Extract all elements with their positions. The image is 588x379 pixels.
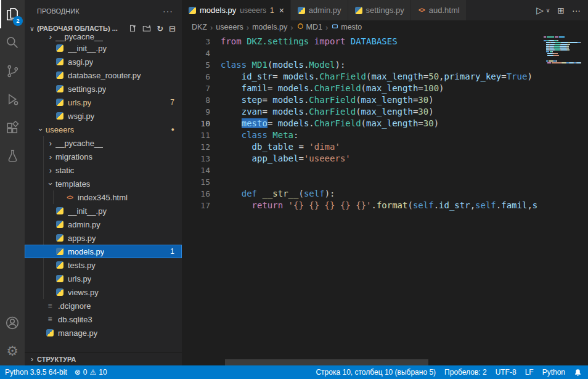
breadcrumb-item-mesto[interactable]: mesto <box>331 22 362 32</box>
file-label: tests.py <box>68 261 96 270</box>
tree-item-static[interactable]: ›static <box>25 163 182 177</box>
explorer-activity-button[interactable]: 2 <box>0 0 25 28</box>
tab-problems-badge: 1 <box>270 6 274 15</box>
new-folder-button[interactable] <box>142 24 151 33</box>
testing-activity-button[interactable] <box>0 142 25 170</box>
close-icon[interactable]: × <box>279 6 284 15</box>
tree-item-__pycache__[interactable]: ›__pycache__ <box>25 136 182 150</box>
new-file-button[interactable] <box>128 24 137 33</box>
breadcrumb-item-useeers[interactable]: useeers <box>216 23 243 31</box>
run-dropdown-icon[interactable]: ∨ <box>546 7 550 14</box>
python-file-icon <box>55 220 64 229</box>
code-line-13: 13 app_label='useeers' <box>182 153 588 165</box>
tree-item-useeers[interactable]: ›useeers● <box>25 123 182 136</box>
code-line-3: 3from DKZ.settings import DATABASES <box>182 36 588 47</box>
tree-item-migrations[interactable]: ›migrations <box>25 150 182 163</box>
more-actions-icon[interactable]: ··· <box>572 6 581 15</box>
main-row: 2 <box>0 0 588 365</box>
language-mode-status[interactable]: Python <box>542 368 565 377</box>
chevron-down-icon: › <box>46 179 55 189</box>
encoding-status[interactable]: UTF-8 <box>496 368 517 377</box>
breadcrumb-item-DKZ[interactable]: DKZ <box>192 23 207 31</box>
gear-icon: ⚙ <box>6 344 18 358</box>
tree-item-.dcignore[interactable]: ≡.dcignore <box>25 299 182 312</box>
file-label: migrations <box>55 152 92 161</box>
status-bar: Python 3.9.5 64-bit ⊗ 0 ⚠ 10 Строка 10, … <box>0 365 588 379</box>
tree-item-db.sqlite3[interactable]: ≡db.sqlite3 <box>25 312 182 326</box>
tree-item-manage.py[interactable]: manage.py <box>25 326 182 340</box>
tree-item-models.py[interactable]: models.py1 <box>25 245 182 258</box>
problems-status[interactable]: ⊗ 0 ⚠ 10 <box>75 368 107 377</box>
tree-item-settings.py[interactable]: settings.py <box>25 82 182 96</box>
breadcrumb-item-MD1[interactable]: MD1 <box>296 22 322 32</box>
tree-item-templates[interactable]: ›templates <box>25 177 182 190</box>
line-number: 12 <box>182 141 221 153</box>
workspace-section-header[interactable]: ∨ (РАБОЧАЯ ОБЛАСТЬ) ... ↻ ⊟ <box>25 22 182 35</box>
tree-item-database_roouter.py[interactable]: database_roouter.py <box>25 68 182 82</box>
notifications-bell-icon[interactable] <box>574 369 582 377</box>
code-lines: 3from DKZ.settings import DATABASES45cla… <box>182 34 588 211</box>
horizontal-scrollbar[interactable] <box>225 359 428 365</box>
line-number: 11 <box>182 129 221 141</box>
extensions-activity-button[interactable] <box>0 113 25 142</box>
tree-item-views.py[interactable]: views.py <box>25 285 182 299</box>
search-activity-button[interactable] <box>0 28 25 57</box>
vscode-window: 2 <box>0 0 588 379</box>
refresh-icon[interactable]: ↻ <box>157 25 163 33</box>
more-actions-icon[interactable]: ··· <box>163 6 173 16</box>
tree-item-urls.py[interactable]: urls.py <box>25 272 182 285</box>
tab-aud.html[interactable]: <>aud.html <box>411 0 467 20</box>
tab-settings.py[interactable]: settings.py <box>348 0 411 20</box>
minimap[interactable] <box>544 35 583 358</box>
activity-bar: 2 <box>0 0 25 365</box>
code-editor[interactable]: 3from DKZ.settings import DATABASES45cla… <box>182 34 588 365</box>
tree-item-__pycache__[interactable]: ›__pycache__ <box>25 35 182 41</box>
source-control-activity-button[interactable] <box>0 57 25 85</box>
cursor-position-status[interactable]: Строка 10, столбец 10 (выбрано 5) <box>316 368 436 377</box>
file-label: __init__.py <box>68 44 107 53</box>
tree-item-__init__.py[interactable]: __init__.py <box>25 204 182 218</box>
chevron-right-icon: › <box>290 23 293 32</box>
tab-label: settings.py <box>366 6 404 15</box>
tab-admin.py[interactable]: admin.py <box>291 0 348 20</box>
line-text: from DKZ.settings import DATABASES <box>221 36 398 47</box>
line-number: 8 <box>182 94 221 106</box>
search-icon <box>4 35 20 51</box>
code-line-12: 12 db_table = 'dima' <box>182 141 588 153</box>
line-text: id_str= models.CharField(max_length=50,p… <box>221 71 533 83</box>
run-button[interactable]: ▷ <box>536 5 544 16</box>
tab-models.py[interactable]: models.pyuseeers1× <box>182 0 291 20</box>
explorer-actions: ↻ ⊟ <box>128 24 176 33</box>
file-label: models.py <box>68 247 104 256</box>
tree-item-asgi.py[interactable]: asgi.py <box>25 55 182 68</box>
eol-status[interactable]: LF <box>525 368 534 377</box>
split-editor-icon[interactable]: ⊞ <box>557 6 565 15</box>
breadcrumb-label: useeers <box>216 23 243 31</box>
python-file-icon <box>55 234 64 242</box>
tree-item-wsgi.py[interactable]: wsgi.py <box>25 109 182 123</box>
status-left: Python 3.9.5 64-bit ⊗ 0 ⚠ 10 <box>5 368 107 377</box>
breadcrumb-item-models.py[interactable]: models.py <box>252 23 287 31</box>
file-label: database_roouter.py <box>68 71 141 80</box>
tree-item-urls.py[interactable]: urls.py7 <box>25 96 182 109</box>
indentation-status[interactable]: Пробелов: 2 <box>444 368 487 377</box>
file-label: .dcignore <box>58 301 91 311</box>
git-branch-icon <box>5 63 20 79</box>
settings-button[interactable]: ⚙ <box>0 337 25 365</box>
explorer-badge: 2 <box>13 16 23 26</box>
tree-item-tests.py[interactable]: tests.py <box>25 258 182 272</box>
warning-icon: ⚠ <box>89 368 96 377</box>
line-number: 16 <box>182 188 221 200</box>
modified-dot-icon: ● <box>171 126 182 132</box>
tree-item-__init__.py[interactable]: __init__.py <box>25 41 182 55</box>
account-button[interactable] <box>0 309 25 337</box>
run-debug-activity-button[interactable] <box>0 85 25 113</box>
python-interpreter-status[interactable]: Python 3.9.5 64-bit <box>5 368 67 377</box>
collapse-all-icon[interactable]: ⊟ <box>169 25 176 33</box>
line-text: return '{} {} {} {} {}'.format(self.id_s… <box>221 200 537 211</box>
tree-item-admin.py[interactable]: admin.py <box>25 218 182 231</box>
tree-item-index345.html[interactable]: <>index345.html <box>25 190 182 204</box>
tree-item-apps.py[interactable]: apps.py <box>25 231 182 245</box>
outline-section-header[interactable]: › СТРУКТУРА <box>25 352 182 365</box>
line-number: 17 <box>182 200 221 211</box>
